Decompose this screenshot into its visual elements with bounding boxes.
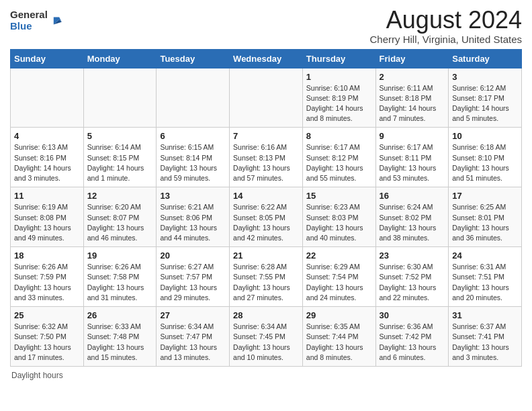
- day-info: Sunrise: 6:37 AM Sunset: 7:41 PM Dayligh…: [452, 322, 518, 363]
- day-number: 23: [380, 250, 445, 261]
- calendar-cell: 9Sunrise: 6:17 AM Sunset: 8:11 PM Daylig…: [375, 128, 449, 187]
- day-number: 5: [87, 131, 153, 141]
- day-info: Sunrise: 6:29 AM Sunset: 7:54 PM Dayligh…: [306, 262, 372, 303]
- day-number: 30: [380, 310, 445, 320]
- day-number: 28: [233, 310, 299, 320]
- day-number: 2: [380, 72, 445, 82]
- calendar-cell: [83, 68, 157, 128]
- calendar-cell: 21Sunrise: 6:28 AM Sunset: 7:55 PM Dayli…: [230, 247, 303, 307]
- logo-general: General: [10, 9, 48, 21]
- calendar-cell: [11, 68, 84, 128]
- day-number: 9: [380, 131, 445, 141]
- calendar-cell: 20Sunrise: 6:27 AM Sunset: 7:57 PM Dayli…: [157, 247, 230, 307]
- day-info: Sunrise: 6:20 AM Sunset: 8:07 PM Dayligh…: [87, 202, 153, 243]
- main-title: August 2024: [370, 7, 522, 34]
- day-number: 16: [380, 191, 445, 201]
- day-info: Sunrise: 6:21 AM Sunset: 8:06 PM Dayligh…: [160, 202, 226, 243]
- day-number: 6: [160, 131, 226, 141]
- day-number: 11: [14, 191, 80, 201]
- calendar-cell: 25Sunrise: 6:32 AM Sunset: 7:50 PM Dayli…: [11, 307, 84, 367]
- calendar-cell: 5Sunrise: 6:14 AM Sunset: 8:15 PM Daylig…: [83, 128, 157, 187]
- day-info: Sunrise: 6:36 AM Sunset: 7:42 PM Dayligh…: [380, 322, 445, 363]
- day-info: Sunrise: 6:16 AM Sunset: 8:13 PM Dayligh…: [233, 142, 299, 183]
- day-number: 31: [452, 310, 518, 320]
- day-info: Sunrise: 6:19 AM Sunset: 8:08 PM Dayligh…: [14, 202, 80, 243]
- day-number: 26: [87, 310, 153, 320]
- day-info: Sunrise: 6:30 AM Sunset: 7:52 PM Dayligh…: [380, 262, 445, 303]
- day-number: 4: [14, 131, 80, 141]
- calendar-cell: 6Sunrise: 6:15 AM Sunset: 8:14 PM Daylig…: [157, 128, 230, 187]
- day-info: Sunrise: 6:27 AM Sunset: 7:57 PM Dayligh…: [160, 262, 226, 303]
- day-of-week-header: Saturday: [449, 49, 522, 68]
- logo-blue: Blue: [10, 21, 48, 32]
- day-number: 3: [452, 72, 518, 82]
- day-info: Sunrise: 6:23 AM Sunset: 8:03 PM Dayligh…: [306, 202, 372, 243]
- calendar-cell: 12Sunrise: 6:20 AM Sunset: 8:07 PM Dayli…: [83, 187, 157, 247]
- calendar-cell: 24Sunrise: 6:31 AM Sunset: 7:51 PM Dayli…: [449, 247, 522, 307]
- day-number: 20: [160, 250, 226, 261]
- day-number: 17: [452, 191, 518, 201]
- day-info: Sunrise: 6:14 AM Sunset: 8:15 PM Dayligh…: [87, 142, 153, 183]
- calendar-week-row: 25Sunrise: 6:32 AM Sunset: 7:50 PM Dayli…: [11, 307, 522, 367]
- day-info: Sunrise: 6:13 AM Sunset: 8:16 PM Dayligh…: [14, 142, 80, 183]
- calendar-cell: 16Sunrise: 6:24 AM Sunset: 8:02 PM Dayli…: [375, 187, 449, 247]
- day-number: 19: [87, 250, 153, 261]
- day-info: Sunrise: 6:15 AM Sunset: 8:14 PM Dayligh…: [160, 142, 226, 183]
- day-number: 22: [306, 250, 372, 261]
- calendar-cell: 8Sunrise: 6:17 AM Sunset: 8:12 PM Daylig…: [302, 128, 375, 187]
- day-number: 18: [14, 250, 80, 261]
- day-info: Sunrise: 6:17 AM Sunset: 8:12 PM Dayligh…: [306, 142, 372, 183]
- day-of-week-header: Wednesday: [230, 49, 303, 68]
- calendar-cell: 15Sunrise: 6:23 AM Sunset: 8:03 PM Dayli…: [302, 187, 375, 247]
- calendar-cell: 31Sunrise: 6:37 AM Sunset: 7:41 PM Dayli…: [449, 307, 522, 367]
- calendar-cell: 17Sunrise: 6:25 AM Sunset: 8:01 PM Dayli…: [449, 187, 522, 247]
- calendar-cell: 23Sunrise: 6:30 AM Sunset: 7:52 PM Dayli…: [375, 247, 449, 307]
- calendar-cell: 2Sunrise: 6:11 AM Sunset: 8:18 PM Daylig…: [375, 68, 449, 128]
- day-number: 25: [14, 310, 80, 320]
- calendar-cell: 26Sunrise: 6:33 AM Sunset: 7:48 PM Dayli…: [83, 307, 157, 367]
- day-info: Sunrise: 6:10 AM Sunset: 8:19 PM Dayligh…: [306, 83, 372, 124]
- day-number: 1: [306, 72, 372, 82]
- day-header-row: SundayMondayTuesdayWednesdayThursdayFrid…: [11, 49, 522, 68]
- calendar-cell: [157, 68, 230, 128]
- day-number: 14: [233, 191, 299, 201]
- calendar-cell: 13Sunrise: 6:21 AM Sunset: 8:06 PM Dayli…: [157, 187, 230, 247]
- calendar-cell: 3Sunrise: 6:12 AM Sunset: 8:17 PM Daylig…: [449, 68, 522, 128]
- day-info: Sunrise: 6:17 AM Sunset: 8:11 PM Dayligh…: [380, 142, 445, 183]
- day-info: Sunrise: 6:11 AM Sunset: 8:18 PM Dayligh…: [380, 83, 445, 124]
- logo: General Blue: [10, 9, 62, 32]
- day-info: Sunrise: 6:35 AM Sunset: 7:44 PM Dayligh…: [306, 322, 372, 363]
- calendar-cell: 14Sunrise: 6:22 AM Sunset: 8:05 PM Dayli…: [230, 187, 303, 247]
- day-info: Sunrise: 6:33 AM Sunset: 7:48 PM Dayligh…: [87, 322, 153, 363]
- day-info: Sunrise: 6:24 AM Sunset: 8:02 PM Dayligh…: [380, 202, 445, 243]
- day-number: 8: [306, 131, 372, 141]
- daylight-hours-label: Daylight hours: [11, 371, 63, 380]
- day-number: 15: [306, 191, 372, 201]
- day-info: Sunrise: 6:34 AM Sunset: 7:47 PM Dayligh…: [160, 322, 226, 363]
- header: General Blue August 2024 Cherry Hill, Vi…: [10, 7, 522, 45]
- day-info: Sunrise: 6:31 AM Sunset: 7:51 PM Dayligh…: [452, 262, 518, 303]
- day-number: 10: [452, 131, 518, 141]
- calendar-cell: 10Sunrise: 6:18 AM Sunset: 8:10 PM Dayli…: [449, 128, 522, 187]
- day-info: Sunrise: 6:12 AM Sunset: 8:17 PM Dayligh…: [452, 83, 518, 124]
- calendar-cell: 27Sunrise: 6:34 AM Sunset: 7:47 PM Dayli…: [157, 307, 230, 367]
- title-area: August 2024 Cherry Hill, Virginia, Unite…: [370, 7, 522, 45]
- day-number: 12: [87, 191, 153, 201]
- day-number: 21: [233, 250, 299, 261]
- day-info: Sunrise: 6:26 AM Sunset: 7:58 PM Dayligh…: [87, 262, 153, 303]
- footer-note: Daylight hours: [10, 371, 522, 380]
- calendar-cell: 19Sunrise: 6:26 AM Sunset: 7:58 PM Dayli…: [83, 247, 157, 307]
- calendar-cell: 4Sunrise: 6:13 AM Sunset: 8:16 PM Daylig…: [11, 128, 84, 187]
- calendar-cell: 22Sunrise: 6:29 AM Sunset: 7:54 PM Dayli…: [302, 247, 375, 307]
- day-info: Sunrise: 6:32 AM Sunset: 7:50 PM Dayligh…: [14, 322, 80, 363]
- day-info: Sunrise: 6:28 AM Sunset: 7:55 PM Dayligh…: [233, 262, 299, 303]
- day-number: 24: [452, 250, 518, 261]
- day-info: Sunrise: 6:26 AM Sunset: 7:59 PM Dayligh…: [14, 262, 80, 303]
- calendar-table: SundayMondayTuesdayWednesdayThursdayFrid…: [10, 49, 522, 367]
- day-info: Sunrise: 6:25 AM Sunset: 8:01 PM Dayligh…: [452, 202, 518, 243]
- day-number: 13: [160, 191, 226, 201]
- day-number: 27: [160, 310, 226, 320]
- calendar-week-row: 4Sunrise: 6:13 AM Sunset: 8:16 PM Daylig…: [11, 128, 522, 187]
- calendar-week-row: 11Sunrise: 6:19 AM Sunset: 8:08 PM Dayli…: [11, 187, 522, 247]
- calendar-cell: 7Sunrise: 6:16 AM Sunset: 8:13 PM Daylig…: [230, 128, 303, 187]
